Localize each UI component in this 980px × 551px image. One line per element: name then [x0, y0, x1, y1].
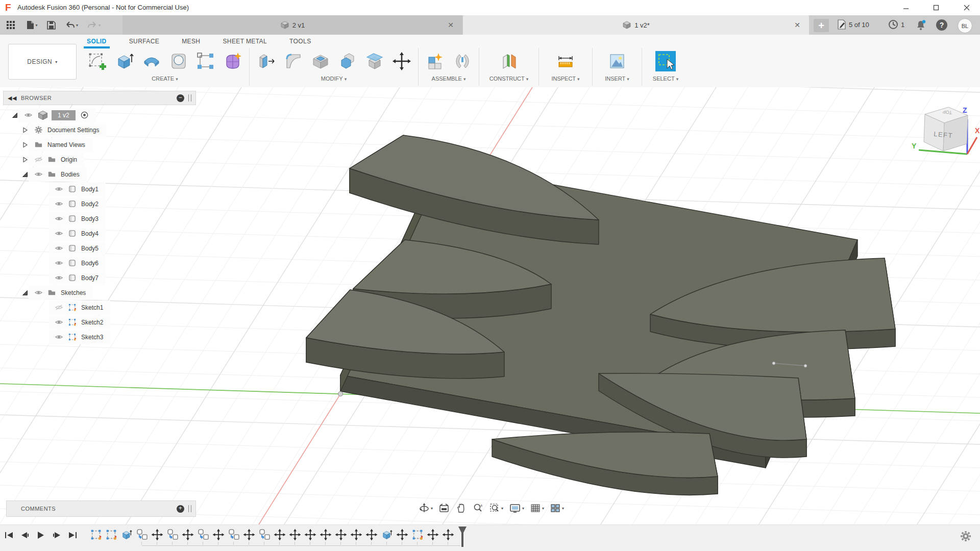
step-forward-button[interactable] — [51, 529, 63, 541]
browser-row-origin[interactable]: Origin — [0, 152, 110, 167]
browser-row-sketch3[interactable]: Sketch3 — [0, 330, 110, 344]
expander-closed-icon[interactable] — [21, 156, 29, 163]
orbit-button[interactable]: ▾ — [418, 502, 434, 515]
eye-off-icon[interactable] — [34, 155, 43, 164]
go-to-start-button[interactable] — [3, 529, 15, 541]
job-status[interactable]: 5 of 10 — [837, 19, 869, 30]
timeline-feature-move[interactable] — [320, 529, 332, 541]
browser-row-body1[interactable]: Body1 — [0, 182, 110, 196]
create-sketch-icon[interactable] — [84, 48, 111, 74]
timeline-feature-sketch[interactable] — [105, 529, 117, 541]
redo-icon[interactable]: ▾ — [85, 18, 103, 32]
fillet-icon[interactable] — [280, 48, 307, 74]
insert-menu[interactable]: INSERT — [605, 76, 629, 82]
pattern-icon[interactable] — [192, 48, 219, 74]
eye-icon[interactable] — [55, 259, 63, 267]
eye-icon[interactable] — [55, 199, 63, 208]
extrude-icon[interactable] — [111, 48, 138, 74]
save-icon[interactable] — [45, 18, 57, 32]
timeline-feature-move[interactable] — [427, 529, 439, 541]
expander-open-icon[interactable] — [21, 171, 29, 178]
eye-icon[interactable] — [34, 288, 43, 297]
tab-sheet-metal[interactable]: SHEET METAL — [223, 38, 267, 47]
construction-plane-icon[interactable] — [496, 48, 523, 74]
eye-icon[interactable] — [55, 185, 63, 193]
maximize-button[interactable] — [924, 0, 948, 15]
timeline-feature-move[interactable] — [396, 529, 408, 541]
timeline-feature-move[interactable] — [274, 529, 286, 541]
timeline-feature-copy[interactable] — [166, 529, 179, 541]
eye-icon[interactable] — [55, 333, 63, 341]
panel-drag-handle[interactable] — [188, 94, 191, 102]
modify-menu[interactable]: MODIFY — [321, 76, 347, 82]
panel-drag-handle[interactable] — [188, 505, 191, 512]
tab-close-icon[interactable]: ✕ — [793, 20, 802, 30]
minimize-button[interactable] — [894, 0, 918, 15]
timeline-feature-move[interactable] — [151, 529, 163, 541]
select-icon[interactable] — [652, 48, 679, 74]
timeline-feature-move[interactable] — [350, 529, 362, 541]
eye-icon[interactable] — [55, 229, 63, 238]
avatar[interactable]: BL — [958, 18, 972, 33]
timeline-feature-move[interactable] — [289, 529, 301, 541]
eye-icon[interactable] — [34, 170, 43, 179]
browser-row-body4[interactable]: Body4 — [0, 226, 110, 241]
expander-closed-icon[interactable] — [21, 127, 29, 134]
eye-off-icon[interactable] — [55, 303, 63, 312]
timeline-feature-copy[interactable] — [258, 529, 271, 541]
measure-icon[interactable] — [552, 48, 579, 74]
inspect-menu[interactable]: INSPECT — [551, 76, 579, 82]
panel-collapse-icon[interactable]: − — [177, 94, 184, 102]
timeline-feature-move[interactable] — [365, 529, 378, 541]
expander-closed-icon[interactable] — [21, 141, 29, 148]
construct-menu[interactable]: CONSTRUCT — [489, 76, 529, 82]
select-menu[interactable]: SELECT — [653, 76, 678, 82]
document-tab-2v1[interactable]: 2 v1 ✕ — [122, 15, 462, 35]
collapse-panel-icon[interactable]: ◀◀ — [8, 95, 17, 102]
tab-mesh[interactable]: MESH — [182, 38, 200, 47]
fit-button[interactable]: ▾ — [488, 502, 504, 515]
eye-icon[interactable] — [55, 273, 63, 282]
timeline-feature-sketch[interactable] — [411, 529, 424, 541]
grid-settings-button[interactable]: ▾ — [529, 502, 545, 515]
tab-solid[interactable]: SOLID — [87, 38, 107, 47]
timeline-feature-move[interactable] — [212, 529, 225, 541]
workspace-selector[interactable]: DESIGN▾ — [8, 44, 77, 80]
file-menu-icon[interactable]: ▾ — [23, 18, 41, 32]
expander-open-icon[interactable] — [21, 289, 29, 296]
view-cube[interactable]: LEFT TOP Z X Y — [908, 96, 980, 163]
timeline-feature-move[interactable] — [182, 529, 194, 541]
eye-icon[interactable] — [55, 318, 63, 327]
timeline-feature-extrude[interactable] — [120, 529, 133, 541]
browser-row-sketch2[interactable]: Sketch2 — [0, 315, 110, 330]
hole-icon[interactable] — [165, 48, 192, 74]
activate-radio-icon[interactable] — [80, 111, 89, 119]
move-copy-icon[interactable] — [388, 48, 415, 74]
combine-icon[interactable] — [334, 48, 361, 74]
timeline-feature-move[interactable] — [335, 529, 347, 541]
fin-body-bottom[interactable] — [492, 432, 718, 495]
eye-icon[interactable] — [24, 111, 33, 119]
notification-center[interactable]: 1 — [888, 19, 904, 30]
browser-row-document-settings[interactable]: Document Settings — [0, 122, 110, 137]
origin-point[interactable] — [338, 392, 343, 396]
press-pull-icon[interactable] — [253, 48, 280, 74]
new-tab-button[interactable]: + — [814, 19, 829, 32]
document-tab-1v2[interactable]: 1 v2* ✕ — [463, 15, 809, 35]
split-body-icon[interactable] — [361, 48, 388, 74]
viewport-canvas[interactable]: ◀◀ BROWSER − 1 v2 Document Settings Name… — [0, 87, 980, 551]
assemble-menu[interactable]: ASSEMBLE — [432, 76, 466, 82]
browser-panel-header[interactable]: ◀◀ BROWSER − — [3, 91, 196, 105]
create-menu[interactable]: CREATE — [152, 76, 178, 82]
joint-icon[interactable] — [449, 48, 476, 74]
browser-row-body3[interactable]: Body3 — [0, 211, 110, 226]
insert-image-icon[interactable] — [604, 48, 631, 74]
timeline-feature-move[interactable] — [304, 529, 316, 541]
tab-close-icon[interactable]: ✕ — [446, 20, 455, 30]
app-grid-icon[interactable] — [4, 18, 17, 32]
timeline-feature-extrude[interactable] — [381, 529, 393, 541]
timeline-feature-copy[interactable] — [228, 529, 240, 541]
browser-row-body5[interactable]: Body5 — [0, 241, 110, 256]
comments-panel-header[interactable]: COMMENTS + — [6, 500, 196, 517]
eye-icon[interactable] — [55, 214, 63, 223]
